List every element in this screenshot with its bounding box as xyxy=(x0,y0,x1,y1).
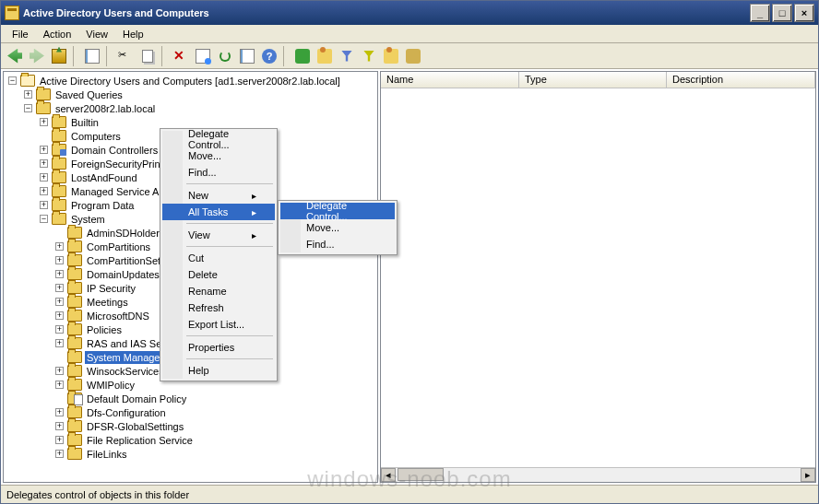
menu-file[interactable]: File xyxy=(5,27,36,41)
expand-toggle[interactable]: + xyxy=(53,447,66,461)
tree-node[interactable]: Default Domain Policy xyxy=(6,392,377,405)
tree-label: DFSR-GlobalSettings xyxy=(85,420,185,433)
expand-toggle[interactable]: + xyxy=(53,405,66,419)
menu-item[interactable]: Export List... xyxy=(162,316,275,333)
expand-toggle[interactable]: + xyxy=(53,309,66,322)
window-title: Active Directory Users and Computers xyxy=(23,7,209,18)
scroll-left-button[interactable]: ◂ xyxy=(381,468,396,482)
expand-toggle[interactable]: + xyxy=(37,143,51,157)
help-button[interactable]: ? xyxy=(259,46,279,66)
minimize-button[interactable]: _ xyxy=(750,4,770,22)
export-button[interactable] xyxy=(237,46,257,66)
folder-icon xyxy=(52,130,66,142)
menu-item[interactable]: Delegate Control... xyxy=(280,203,395,219)
context-submenu-all-tasks[interactable]: Delegate Control...Move...Find... xyxy=(278,200,398,255)
expand-toggle[interactable]: + xyxy=(53,240,66,253)
new-ou-button[interactable] xyxy=(292,46,313,66)
scroll-track[interactable] xyxy=(396,468,801,482)
expand-toggle[interactable]: + xyxy=(53,253,66,267)
cut-button[interactable]: ✂ xyxy=(115,46,136,66)
tree-node[interactable]: +DFSR-GlobalSettings xyxy=(6,419,377,433)
user-icon xyxy=(384,49,398,64)
col-description[interactable]: Description xyxy=(667,72,815,88)
menu-action[interactable]: Action xyxy=(36,27,79,41)
expand-toggle[interactable]: + xyxy=(37,198,51,212)
expand-toggle[interactable]: − xyxy=(37,212,51,226)
find-button[interactable] xyxy=(315,46,335,66)
expand-toggle[interactable]: + xyxy=(53,378,66,392)
delete-button[interactable]: ✕ xyxy=(171,46,191,66)
menu-help[interactable]: Help xyxy=(115,27,151,41)
add-user-button[interactable] xyxy=(381,46,401,66)
filter2-button[interactable] xyxy=(359,46,379,66)
expand-toggle[interactable] xyxy=(53,350,66,364)
expand-toggle[interactable]: + xyxy=(53,364,66,378)
tree-node[interactable]: +Builtin xyxy=(6,115,377,129)
expand-toggle[interactable]: + xyxy=(53,419,66,433)
expand-toggle[interactable] xyxy=(53,226,66,240)
expand-toggle[interactable] xyxy=(53,392,66,405)
tree-node[interactable]: +File Replication Service xyxy=(6,433,377,447)
folder-icon xyxy=(36,88,51,100)
horizontal-scrollbar[interactable]: ◂ ▸ xyxy=(381,467,815,482)
menu-item[interactable]: Delete xyxy=(162,266,275,283)
tree-node[interactable]: +FileLinks xyxy=(6,447,377,461)
menu-item[interactable]: Find... xyxy=(280,236,395,252)
expand-toggle[interactable]: + xyxy=(53,336,66,350)
expand-toggle[interactable]: + xyxy=(53,322,66,336)
col-type[interactable]: Type xyxy=(519,72,667,88)
expand-toggle[interactable] xyxy=(37,129,51,143)
expand-toggle[interactable]: + xyxy=(37,115,51,129)
forward-button[interactable] xyxy=(27,46,47,66)
menu-item[interactable]: Rename xyxy=(162,283,275,299)
scroll-right-button[interactable]: ▸ xyxy=(801,468,815,482)
menu-item[interactable]: Properties xyxy=(162,339,275,356)
up-button[interactable] xyxy=(49,46,69,66)
menu-view[interactable]: View xyxy=(78,27,115,41)
expand-toggle[interactable]: + xyxy=(53,281,66,295)
folder-icon xyxy=(67,448,82,460)
properties-button[interactable] xyxy=(193,46,213,66)
tree-node[interactable]: −Active Directory Users and Computers [a… xyxy=(6,74,377,88)
new-ou-icon xyxy=(295,49,310,64)
back-button[interactable] xyxy=(5,46,25,66)
list-pane[interactable]: Name Type Description ◂ ▸ xyxy=(380,71,816,483)
expand-toggle[interactable]: + xyxy=(21,88,35,101)
tree-node[interactable]: −server2008r2.lab.local xyxy=(6,101,377,115)
expand-toggle[interactable]: + xyxy=(53,267,66,281)
menu-item[interactable]: All Tasks xyxy=(162,204,275,220)
col-name[interactable]: Name xyxy=(381,72,519,88)
close-button[interactable]: × xyxy=(794,4,814,22)
menu-item[interactable]: Refresh xyxy=(162,299,275,316)
folder-icon xyxy=(67,351,82,363)
tree-node[interactable]: +Saved Queries xyxy=(6,88,377,101)
link-button[interactable] xyxy=(403,46,423,66)
copy-button[interactable] xyxy=(137,46,158,66)
tree-label: LostAndFound xyxy=(69,171,139,184)
show-hide-button[interactable] xyxy=(82,46,102,66)
folder-icon xyxy=(36,102,51,114)
expand-toggle[interactable]: − xyxy=(6,74,19,88)
menu-item[interactable]: Delegate Control... xyxy=(162,131,275,147)
context-menu[interactable]: Delegate Control...Move...Find...NewAll … xyxy=(160,128,278,381)
menu-item[interactable]: Move... xyxy=(280,219,395,236)
menu-item[interactable]: Find... xyxy=(162,164,275,181)
refresh-button[interactable] xyxy=(215,46,235,66)
expand-toggle[interactable]: − xyxy=(21,101,35,115)
menu-item[interactable]: Move... xyxy=(162,147,275,164)
expand-toggle[interactable]: + xyxy=(37,157,51,170)
menu-item[interactable]: New xyxy=(162,187,275,204)
tree-node[interactable]: +Dfs-Configuration xyxy=(6,405,377,419)
maximize-button[interactable]: □ xyxy=(772,4,792,22)
tree-label: FileLinks xyxy=(85,448,128,461)
expand-toggle[interactable]: + xyxy=(37,184,51,198)
filter1-button[interactable] xyxy=(337,46,357,66)
scroll-thumb[interactable] xyxy=(398,468,444,481)
menu-item[interactable]: Cut xyxy=(162,250,275,266)
expand-toggle[interactable]: + xyxy=(37,170,51,184)
tree-label: AdminSDHolder xyxy=(85,227,161,240)
expand-toggle[interactable]: + xyxy=(53,295,66,309)
expand-toggle[interactable]: + xyxy=(53,433,66,447)
menu-item[interactable]: Help xyxy=(162,362,275,379)
menu-item[interactable]: View xyxy=(162,227,275,243)
